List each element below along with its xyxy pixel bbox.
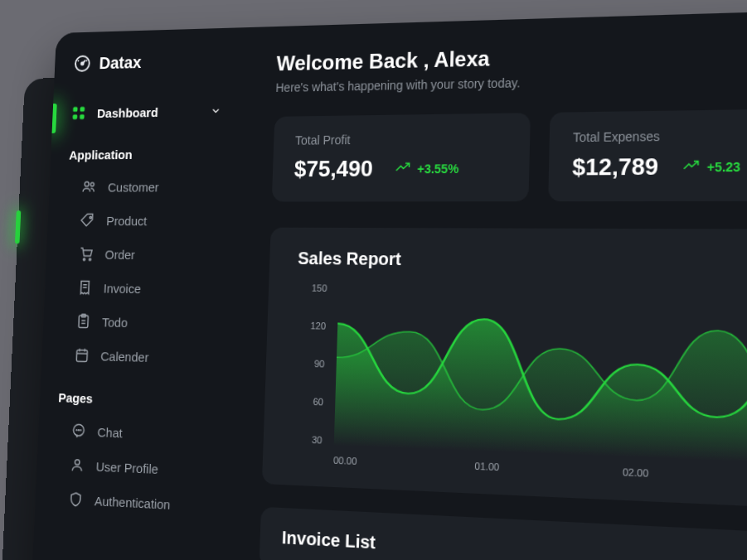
stat-label: Total Expenses [573, 128, 747, 145]
sidebar-item-label: Todo [102, 315, 129, 330]
x-tick: 00.00 [333, 455, 357, 466]
sidebar-item-label: Calender [100, 349, 149, 364]
sidebar-item-calendar[interactable]: Calender [41, 337, 233, 376]
x-tick: 02.00 [623, 466, 648, 479]
svg-point-16 [79, 430, 80, 431]
y-tick: 30 [292, 433, 323, 445]
users-icon [81, 178, 97, 195]
calendar-icon [74, 346, 90, 364]
tag-icon [80, 212, 96, 229]
stat-delta: +5.23 [682, 158, 740, 174]
stat-value: $75,490 [293, 155, 373, 182]
sidebar: Datax Dashboard Application Customer Pro… [27, 27, 244, 560]
svg-point-18 [75, 460, 80, 465]
svg-rect-2 [73, 107, 78, 112]
app-window: Datax Dashboard Application Customer Pro… [27, 5, 747, 560]
svg-point-7 [90, 182, 94, 186]
active-indicator-back [15, 210, 21, 244]
sidebar-item-label: User Profile [95, 459, 158, 476]
stat-delta-value: +5.23 [707, 159, 741, 174]
sales-report-card: Sales Report 150 120 90 60 30 00.00 01. [262, 228, 747, 518]
chart-title: Sales Report [298, 249, 747, 275]
stat-label: Total Profit [295, 131, 507, 147]
svg-rect-4 [73, 114, 78, 119]
trend-up-icon [682, 159, 700, 175]
trend-up-icon [395, 161, 410, 176]
svg-point-17 [80, 430, 81, 431]
svg-point-9 [83, 258, 85, 260]
page-title: Welcome Back , Alexa [276, 33, 747, 75]
invoice-list-card: Invoice List [260, 507, 747, 560]
svg-point-8 [90, 216, 91, 218]
svg-rect-3 [80, 107, 85, 112]
stat-delta: +3.55% [395, 161, 458, 176]
section-title-pages: Pages [39, 371, 230, 419]
svg-point-15 [76, 430, 77, 431]
svg-point-1 [81, 62, 84, 65]
main-content: Welcome Back , Alexa Here's what's happe… [220, 5, 747, 560]
shield-icon [67, 490, 84, 509]
chat-icon [70, 422, 87, 439]
sidebar-item-dashboard[interactable]: Dashboard [52, 94, 241, 130]
y-tick: 90 [294, 358, 325, 369]
x-axis: 00.00 01.00 02.00 03.00 04.00 [333, 455, 747, 492]
user-icon [69, 456, 85, 475]
stat-delta-value: +3.55% [417, 162, 458, 176]
svg-rect-5 [80, 114, 85, 119]
sidebar-item-order[interactable]: Order [46, 237, 236, 273]
sidebar-item-invoice[interactable]: Invoice [44, 270, 235, 307]
y-tick: 60 [293, 396, 323, 408]
sidebar-item-label: Customer [108, 180, 159, 194]
sidebar-item-label: Chat [97, 424, 123, 440]
sidebar-item-product[interactable]: Product [47, 204, 237, 238]
y-tick: 120 [295, 320, 326, 331]
y-axis: 150 120 90 60 30 [292, 282, 327, 446]
svg-rect-13 [76, 350, 87, 362]
stat-cards-row: Total Profit $75,490 +3.55% Total Expens… [272, 106, 747, 202]
section-title-application: Application [51, 128, 240, 171]
sidebar-item-label: Dashboard [97, 104, 158, 119]
brand-name: Datax [99, 52, 142, 72]
stat-card-expenses[interactable]: Total Expenses $12,789 +5.23 [548, 109, 747, 201]
svg-point-10 [89, 258, 90, 260]
grid-icon [70, 104, 86, 121]
sidebar-item-label: Product [106, 213, 148, 227]
cart-icon [78, 245, 95, 262]
svg-point-6 [85, 182, 89, 186]
stat-card-profit[interactable]: Total Profit $75,490 +3.55% [272, 113, 531, 201]
x-tick: 01.00 [474, 461, 499, 472]
y-tick: 150 [297, 282, 327, 293]
invoice-list-title: Invoice List [282, 528, 747, 560]
sidebar-item-label: Authentication [95, 493, 171, 511]
gauge-icon [73, 53, 92, 73]
sidebar-item-todo[interactable]: Todo [42, 304, 233, 342]
clipboard-icon [75, 312, 92, 330]
sidebar-item-label: Order [104, 247, 135, 262]
receipt-icon [77, 279, 94, 297]
chart-plot[interactable] [334, 283, 747, 471]
chart-area: 150 120 90 60 30 00.00 01.00 02.00 03.00 [291, 282, 747, 496]
brand[interactable]: Datax [54, 50, 244, 97]
chevron-down-icon [210, 105, 221, 118]
sidebar-item-label: Invoice [104, 281, 142, 296]
sidebar-item-customer[interactable]: Customer [49, 169, 239, 204]
stat-value: $12,789 [572, 152, 658, 181]
